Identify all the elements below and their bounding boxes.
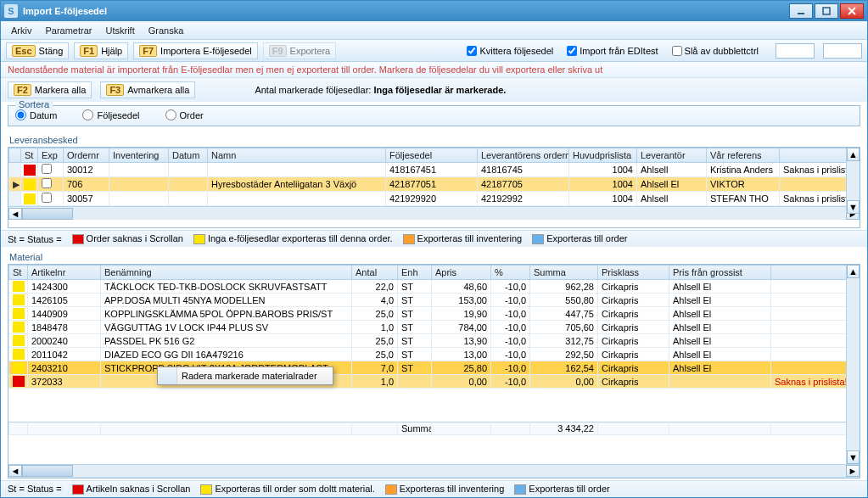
table-row[interactable]: 1440909KOPPLINGSKLÄMMA 5POL ÖPPN.BAROBS … — [9, 307, 860, 321]
lev-col[interactable]: Inventering — [109, 148, 169, 163]
table-row[interactable]: 3720331,00,00-10,00,00CirkaprisSaknas i … — [9, 375, 860, 389]
mat-col[interactable]: Antal — [352, 266, 398, 280]
context-menu[interactable]: Radera markerade materialrader — [157, 367, 333, 385]
mat-col[interactable]: Apris — [432, 266, 491, 280]
sort-legend: Sortera — [15, 99, 53, 109]
menu-utskrift[interactable]: Utskrift — [98, 23, 141, 38]
mat-col[interactable]: Artikelnr — [28, 266, 101, 280]
export-action[interactable]: F9Exportera — [263, 42, 337, 59]
sort-datum[interactable]: Datum — [15, 109, 57, 120]
lev-col[interactable]: Ordernr — [64, 148, 109, 163]
mat-col[interactable]: Pris från grossist — [669, 266, 771, 280]
mat-hscroll[interactable]: ◄► — [8, 464, 860, 478]
chk-kvittera[interactable]: Kvittera följesedel — [467, 46, 553, 56]
close-action[interactable]: EscStäng — [6, 42, 69, 59]
lev-col[interactable]: Huvudprislista — [569, 148, 637, 163]
mark-all[interactable]: F2Markera alla — [8, 81, 92, 98]
app-icon: S — [4, 4, 18, 18]
table-row[interactable]: 2011042DIAZED ECO GG DII 16A47921625,0ST… — [9, 348, 860, 361]
unmark-all[interactable]: F3Avmarkera alla — [100, 81, 195, 98]
help-action[interactable]: F1Hjälp — [74, 42, 128, 59]
mat-col[interactable]: Summa — [530, 266, 598, 280]
mat-col[interactable]: % — [491, 266, 530, 280]
menubar: Arkiv Parametrar Utskrift Granska — [1, 21, 867, 40]
lev-col[interactable]: Leverantör — [637, 148, 707, 163]
table-row[interactable]: ▶706Hyresbostäder Anteliigatan 3 Växjö42… — [9, 177, 860, 192]
chk-import-editest[interactable]: Import från EDItest — [567, 46, 658, 56]
table-row[interactable]: 1426105APP.DOSA MULTI 45NYA MODELLEN4,0S… — [9, 294, 860, 307]
app-window: S Import E-följesedel Arkiv Parametrar U… — [0, 0, 868, 498]
sort-order[interactable]: Order — [165, 109, 204, 120]
table-row[interactable]: 2000240PASSDEL PK 516 G225,0ST13,90-10,0… — [9, 334, 860, 348]
info-text: Nedanstående material är importerat från… — [1, 62, 867, 78]
close-button[interactable] — [840, 3, 864, 19]
mat-grid[interactable]: StArtikelnrBenämningAntalEnhApris%SummaP… — [8, 264, 860, 478]
svg-rect-1 — [823, 8, 830, 14]
lev-grid[interactable]: StExpOrdernrInventeringDatumNamnFöljesed… — [8, 147, 860, 228]
ctx-delete-rows[interactable]: Radera markerade materialrader — [182, 371, 317, 381]
maximize-button[interactable] — [815, 3, 838, 19]
window-title: Import E-följesedel — [23, 6, 787, 16]
mat-col[interactable]: St — [9, 266, 28, 280]
mark-count-msg: Antal markerade följesedlar: Inga följes… — [255, 85, 506, 95]
table-row[interactable]: 2403210STICKPROPP SIDO VIT 2X10A JORDTER… — [9, 361, 860, 375]
mat-col[interactable]: Prisklass — [598, 266, 669, 280]
minimize-button[interactable] — [789, 3, 813, 19]
lev-col[interactable]: Leverantörens ordernr — [478, 148, 569, 163]
sort-foljesedel[interactable]: Följesedel — [82, 109, 139, 120]
table-row[interactable]: 30057421929920421929921004AhlsellSTEFAN … — [9, 192, 860, 206]
lev-col[interactable]: Namn — [208, 148, 386, 163]
table-row[interactable]: 1424300TÄCKLOCK TED-TKB-DOSLOCK SKRUVFAS… — [9, 280, 860, 294]
menu-granska[interactable]: Granska — [142, 23, 191, 38]
mark-toolbar: F2Markera alla F3Avmarkera alla Antal ma… — [1, 78, 867, 102]
table-row[interactable]: 30012418167451418167451004AhlsellKristin… — [9, 163, 860, 177]
mat-legend: Material — [9, 252, 867, 262]
lev-col[interactable]: Följesedel — [386, 148, 478, 163]
lev-col[interactable]: Datum — [169, 148, 208, 163]
chk-dubblett[interactable]: Slå av dubblettctrl — [672, 46, 759, 56]
lev-col[interactable]: Vår referens — [707, 148, 780, 163]
menu-arkiv[interactable]: Arkiv — [4, 23, 38, 38]
toolbar: EscStäng F1Hjälp F7Importera E-följesede… — [1, 40, 867, 62]
table-row[interactable]: 1848478VÄGGUTTAG 1V LOCK IP44 PLUS SV1,0… — [9, 321, 860, 334]
mat-col[interactable]: Enh — [398, 266, 432, 280]
lev-col[interactable]: St — [21, 148, 38, 163]
mat-statusbar: St = Status = Artikeln saknas i Scrollan… — [1, 480, 867, 497]
mat-vscroll[interactable]: ▲▼ — [846, 265, 860, 464]
lev-hscroll[interactable]: ◄► — [8, 206, 860, 220]
lev-col[interactable]: Exp — [38, 148, 64, 163]
mat-col[interactable]: Benämning — [101, 266, 352, 280]
lev-statusbar: St = Status = Order saknas i Scrollan In… — [1, 230, 867, 247]
titlebar[interactable]: S Import E-följesedel — [1, 1, 867, 21]
dubblett-input-1[interactable] — [776, 43, 815, 59]
dubblett-input-2[interactable] — [823, 43, 862, 59]
lev-legend: Leveransbesked — [9, 135, 867, 145]
import-action[interactable]: F7Importera E-följesedel — [133, 42, 257, 59]
lev-vscroll[interactable]: ▲▼ — [846, 148, 860, 214]
sort-group: Sortera Datum Följesedel Order — [8, 105, 860, 126]
menu-parametrar[interactable]: Parametrar — [38, 23, 98, 38]
